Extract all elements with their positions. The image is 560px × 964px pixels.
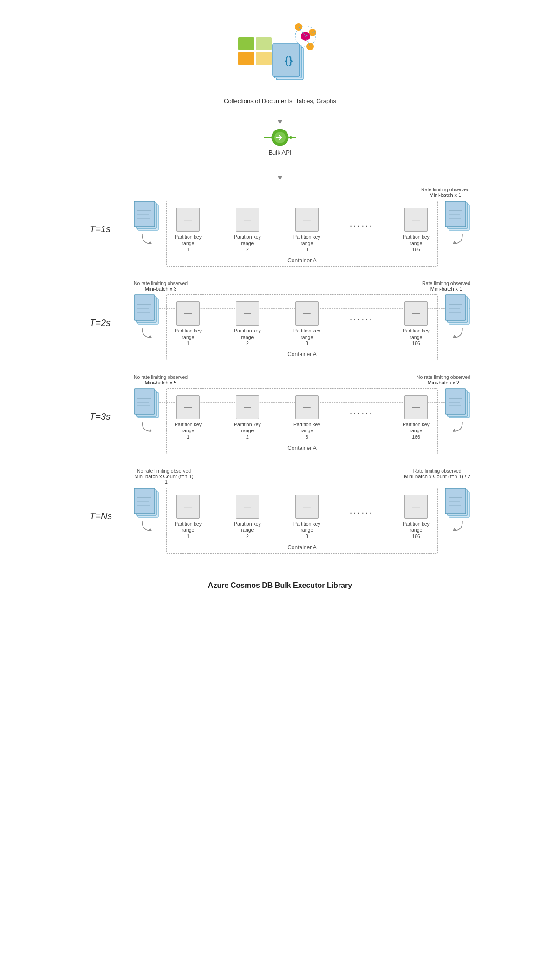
- ellipsis-t2: ......: [350, 312, 373, 323]
- partition-t1-0: Partition key range1: [171, 208, 205, 253]
- partition-label-t1-0: Partition key range1: [171, 234, 205, 253]
- bulk-api-label: Bulk API: [268, 149, 291, 156]
- doc-stack-icon: [134, 388, 159, 420]
- partition-t2-3: Partition key range166: [399, 301, 433, 347]
- partition-label-t1-2: Partition key range3: [290, 234, 324, 253]
- partition-label-t3-0: Partition key range1: [171, 422, 205, 441]
- partition-label-t2-2: Partition key range3: [290, 328, 324, 347]
- svg-text:{}: {}: [285, 54, 293, 66]
- arrow-right-t1: [451, 232, 465, 246]
- arrow-left-t1: [140, 232, 154, 246]
- svg-point-19: [289, 136, 292, 139]
- partition-icon-t3-0: [176, 395, 200, 419]
- ellipsis-t1: ......: [350, 218, 373, 229]
- top-caption: Collections of Documents, Tables, Graphs: [224, 98, 336, 104]
- right-annotation-t1: Rate limiting observed Mini-batch x 1: [421, 187, 469, 198]
- bulk-api-section: Bulk API: [264, 128, 296, 160]
- minibatch-right-t2: [445, 294, 470, 340]
- partition-icon-t3-3: [404, 395, 428, 419]
- top-illustration: {}: [224, 19, 336, 98]
- partition-icon-t1-1: [236, 208, 259, 232]
- time-row-t2: T=2s: [90, 294, 470, 360]
- svg-rect-23: [134, 201, 155, 227]
- container-box-t3: Partition key range1 Partition key range…: [166, 388, 438, 454]
- container-label-t2: Container A: [287, 351, 317, 358]
- partition-label-tN-3: Partition key range166: [399, 521, 433, 540]
- container-label-tN: Container A: [287, 544, 317, 551]
- partition-icon-t1-2: [295, 208, 319, 232]
- annotations-row-tN: No rate limiting observed Mini-batch x C…: [90, 468, 470, 485]
- left-annotation-tN: No rate limiting observed Mini-batch x C…: [134, 468, 194, 485]
- svg-rect-0: [238, 37, 254, 50]
- doc-stack-icon: [134, 294, 159, 326]
- partition-label-t1-1: Partition key range2: [231, 234, 264, 253]
- partition-label-t1-3: Partition key range166: [399, 234, 433, 253]
- container-box-tN: Partition key range1 Partition key range…: [166, 488, 438, 554]
- svg-rect-29: [445, 201, 466, 227]
- partition-t3-2: Partition key range3: [290, 395, 324, 441]
- partitions-row-tN: Partition key range1 Partition key range…: [171, 495, 433, 540]
- section-t2: No rate limiting observed Mini-batch x 3…: [90, 280, 470, 360]
- doc-stack-icon: [445, 388, 470, 420]
- arrow-right-tN: [451, 519, 465, 533]
- minibatch-left-t2: [134, 294, 159, 340]
- footer-title: Azure Cosmos DB Bulk Executor Library: [208, 581, 352, 590]
- minibatch-left-tN: [134, 488, 159, 533]
- inner-container-tN: Partition key range1 Partition key range…: [166, 488, 438, 554]
- inner-container-t2: Partition key range1 Partition key range…: [166, 294, 438, 360]
- partition-t1-1: Partition key range2: [231, 208, 264, 253]
- arrow-left-t3: [140, 420, 154, 434]
- diagram-area-t1: Partition key range1 Partition key range…: [134, 201, 470, 267]
- svg-rect-53: [445, 389, 466, 414]
- section-tN: No rate limiting observed Mini-batch x C…: [90, 468, 470, 554]
- left-annotation-t3: No rate limiting observed Mini-batch x 5: [134, 374, 188, 385]
- doc-stack-icon: [134, 488, 159, 519]
- partition-icon-tN-3: [404, 495, 428, 519]
- bulk-api-icon: [264, 128, 296, 147]
- partition-label-tN-0: Partition key range1: [171, 521, 205, 540]
- svg-rect-47: [134, 389, 155, 414]
- doc-stack-icon: [445, 294, 470, 326]
- partition-icon-t2-3: [404, 301, 428, 326]
- diagram-area-tN: Partition key range1 Partition key range…: [134, 488, 470, 554]
- partition-label-t3-3: Partition key range166: [399, 422, 433, 441]
- container-label-t3: Container A: [287, 445, 317, 451]
- svg-rect-65: [445, 488, 466, 514]
- partition-t1-3: Partition key range166: [399, 208, 433, 253]
- partition-tN-2: Partition key range3: [290, 495, 324, 540]
- arrow-left-tN: [140, 519, 154, 533]
- section-t3: No rate limiting observed Mini-batch x 5…: [90, 374, 470, 454]
- left-annotation-t2: No rate limiting observed Mini-batch x 3: [134, 280, 188, 292]
- partition-label-t2-0: Partition key range1: [171, 328, 205, 347]
- partition-label-t3-1: Partition key range2: [231, 422, 264, 441]
- partition-label-tN-2: Partition key range3: [290, 521, 324, 540]
- annotations-row-t3: No rate limiting observed Mini-batch x 5…: [90, 374, 470, 385]
- svg-rect-41: [445, 295, 466, 320]
- partition-label-t3-2: Partition key range3: [290, 422, 324, 441]
- partition-t2-1: Partition key range2: [231, 301, 264, 347]
- partition-icon-t3-1: [236, 395, 259, 419]
- minibatch-right-t1: [445, 201, 470, 246]
- arrow-right-t3: [451, 420, 465, 434]
- time-label-tN: T=Ns: [90, 488, 134, 521]
- partition-icon-t3-2: [295, 395, 319, 419]
- time-label-t1: T=1s: [90, 201, 134, 234]
- top-section: {} Collections of Documents, Tables, Gra…: [224, 19, 336, 182]
- partition-icon-tN-0: [176, 495, 200, 519]
- right-annotation-t3: No rate limiting observed Mini-batch x 2: [417, 374, 470, 385]
- arrow-to-sections: [278, 163, 282, 180]
- partition-t1-2: Partition key range3: [290, 208, 324, 253]
- partition-t3-1: Partition key range2: [231, 395, 264, 441]
- time-row-t3: T=3s: [90, 388, 470, 454]
- arrow-right-t2: [451, 326, 465, 340]
- inner-container-t3: Partition key range1 Partition key range…: [166, 388, 438, 454]
- partition-icon-t1-0: [176, 208, 200, 232]
- partition-t2-2: Partition key range3: [290, 301, 324, 347]
- svg-rect-1: [256, 37, 272, 50]
- time-label-t3: T=3s: [90, 388, 134, 422]
- partitions-row-t1: Partition key range1 Partition key range…: [171, 208, 433, 253]
- doc-stack-icon: [445, 201, 470, 232]
- partition-icon-t2-2: [295, 301, 319, 326]
- annotations-row-t1: Rate limiting observed Mini-batch x 1: [90, 187, 470, 198]
- partition-icon-tN-1: [236, 495, 259, 519]
